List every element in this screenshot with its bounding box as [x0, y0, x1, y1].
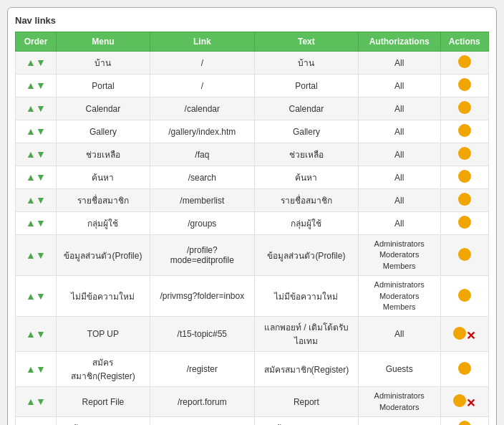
order-up-button[interactable]: ▲ — [26, 250, 36, 260]
link-cell: / — [150, 52, 254, 75]
order-up-button[interactable]: ▲ — [26, 80, 36, 90]
auth-cell: All — [358, 417, 440, 425]
order-up-button[interactable]: ▲ — [26, 195, 36, 205]
order-down-button[interactable]: ▼ — [36, 172, 46, 182]
order-down-button[interactable]: ▼ — [36, 126, 46, 136]
text-cell: แลกพอยท์ / เติมโต้ตรับไอเทม — [254, 317, 358, 352]
order-down-button[interactable]: ▼ — [36, 103, 46, 113]
edit-button[interactable] — [458, 124, 471, 137]
link-cell: /profile?mode=editprofile — [150, 235, 254, 276]
auth-cell: All — [358, 166, 440, 189]
order-down-button[interactable]: ▼ — [36, 80, 46, 90]
edit-button[interactable] — [458, 421, 471, 425]
link-cell: / — [150, 75, 254, 97]
menu-cell: Portal — [57, 75, 150, 97]
link-cell: /calendar — [150, 97, 254, 120]
order-up-button[interactable]: ▲ — [26, 329, 36, 339]
edit-button[interactable] — [453, 327, 466, 340]
edit-button[interactable] — [458, 55, 471, 68]
text-cell: สมัครสมาชิก(Register) — [254, 352, 358, 387]
panel-title: Nav links — [15, 15, 489, 26]
table-row: ▲▼บ้าน/บ้านAll — [16, 52, 489, 75]
delete-button[interactable]: ✕ — [466, 398, 476, 409]
table-row: ▲▼TOP UP/t15-topic#55แลกพอยท์ / เติมโต้ต… — [16, 317, 489, 352]
auth-cell: All — [358, 120, 440, 143]
edit-button[interactable] — [458, 101, 471, 114]
menu-cell: บ้าน — [57, 52, 150, 75]
order-down-button[interactable]: ▼ — [36, 250, 46, 260]
actions-cell — [440, 189, 488, 212]
menu-cell: เข้าสู่ระบบ(Log in) — [57, 417, 150, 425]
edit-button[interactable] — [458, 289, 471, 302]
auth-cell: All — [358, 143, 440, 166]
actions-cell — [440, 235, 488, 276]
table-row: ▲▼เข้าสู่ระบบ(Log in)/loginเข้าสู่ระบบ(L… — [16, 417, 489, 425]
text-cell: กลุ่มผู้ใช้ — [254, 212, 358, 235]
order-down-button[interactable]: ▼ — [36, 396, 46, 406]
order-up-button[interactable]: ▲ — [26, 126, 36, 136]
actions-cell — [440, 417, 488, 425]
order-cell: ▲▼ — [16, 212, 57, 235]
edit-button[interactable] — [453, 394, 466, 407]
edit-button[interactable] — [458, 147, 471, 160]
menu-cell: ค้นหา — [57, 166, 150, 189]
text-cell: รายชื่อสมาชิก — [254, 189, 358, 212]
order-down-button[interactable]: ▼ — [36, 195, 46, 205]
order-up-button[interactable]: ▲ — [26, 57, 36, 67]
actions-cell — [440, 166, 488, 189]
link-cell: /login — [150, 417, 254, 425]
order-up-button[interactable]: ▲ — [26, 396, 36, 406]
order-cell: ▲▼ — [16, 143, 57, 166]
order-down-button[interactable]: ▼ — [36, 329, 46, 339]
order-down-button[interactable]: ▼ — [36, 218, 46, 228]
order-up-button[interactable]: ▲ — [26, 218, 36, 228]
delete-button[interactable]: ✕ — [466, 331, 476, 341]
edit-button[interactable] — [458, 193, 471, 206]
order-down-button[interactable]: ▼ — [36, 291, 46, 301]
nav-links-table: Order Menu Link Text Authorizations Acti… — [15, 32, 489, 425]
order-up-button[interactable]: ▲ — [26, 103, 36, 113]
actions-cell — [440, 352, 488, 387]
edit-button[interactable] — [458, 170, 471, 183]
link-cell: /gallery/index.htm — [150, 120, 254, 143]
order-up-button[interactable]: ▲ — [26, 149, 36, 159]
menu-cell: สมัครสมาชิก(Register) — [57, 352, 150, 387]
auth-cell: All — [358, 212, 440, 235]
menu-cell: TOP UP — [57, 317, 150, 352]
col-header-text: Text — [254, 32, 358, 52]
auth-cell: AdministratorsModeratorsMembers — [358, 235, 440, 276]
nav-links-panel: Nav links Order Menu Link Text Authoriza… — [7, 7, 497, 425]
order-cell: ▲▼ — [16, 97, 57, 120]
table-row: ▲▼ค้นหา/searchค้นหาAll — [16, 166, 489, 189]
edit-button[interactable] — [458, 216, 471, 229]
link-cell: /privmsg?folder=inbox — [150, 276, 254, 317]
order-down-button[interactable]: ▼ — [36, 364, 46, 374]
auth-cell: AdministratorsModeratorsMembers — [358, 276, 440, 317]
table-row: ▲▼สมัครสมาชิก(Register)/registerสมัครสมา… — [16, 352, 489, 387]
table-row: ▲▼Gallery/gallery/index.htmGalleryAll — [16, 120, 489, 143]
order-cell: ▲▼ — [16, 417, 57, 425]
order-up-button[interactable]: ▲ — [26, 172, 36, 182]
table-row: ▲▼ช่วยเหลือ/faqช่วยเหลือAll — [16, 143, 489, 166]
link-cell: /memberlist — [150, 189, 254, 212]
order-down-button[interactable]: ▼ — [36, 149, 46, 159]
actions-cell: ✕ — [440, 387, 488, 417]
order-cell: ▲▼ — [16, 317, 57, 352]
text-cell: ไม่มีข้อความใหม่ — [254, 276, 358, 317]
edit-button[interactable] — [458, 362, 471, 375]
text-cell: เข้าสู่ระบบ(Log in) — [254, 417, 358, 425]
col-header-link: Link — [150, 32, 254, 52]
menu-cell: Report File — [57, 387, 150, 417]
order-up-button[interactable]: ▲ — [26, 364, 36, 374]
menu-cell: รายชื่อสมาชิก — [57, 189, 150, 212]
edit-button[interactable] — [458, 78, 471, 91]
order-down-button[interactable]: ▼ — [36, 57, 46, 67]
actions-cell — [440, 75, 488, 97]
text-cell: Calendar — [254, 97, 358, 120]
order-cell: ▲▼ — [16, 166, 57, 189]
edit-button[interactable] — [458, 248, 471, 261]
order-up-button[interactable]: ▲ — [26, 291, 36, 301]
link-cell: /faq — [150, 143, 254, 166]
menu-cell: Calendar — [57, 97, 150, 120]
table-row: ▲▼กลุ่มผู้ใช้/groupsกลุ่มผู้ใช้All — [16, 212, 489, 235]
